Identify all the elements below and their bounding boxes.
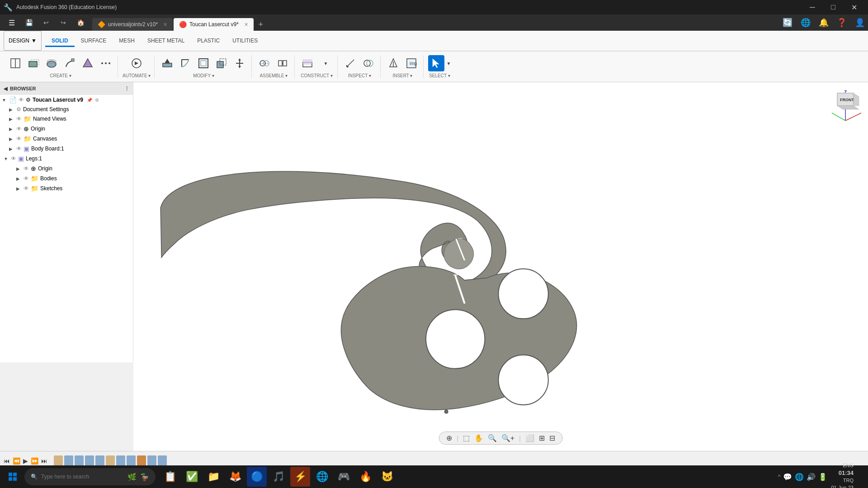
refresh-button[interactable]: 🔄 [779,14,796,31]
redo-button[interactable]: ↪ [55,14,71,31]
systray-chat[interactable]: 💬 [783,473,792,481]
browser-item-canvases[interactable]: ▶ 👁 📁 Canvases [0,134,133,144]
offset-plane-button[interactable] [299,55,316,71]
help-button[interactable]: ❓ [834,14,850,31]
more-construct-button[interactable]: ▼ [317,55,334,71]
view-layout-button[interactable]: ⊟ [549,434,555,442]
tab-solid[interactable]: SOLID [45,36,75,47]
taskbar-search-bar[interactable]: 🔍 🌿 🦆 [24,468,156,485]
tab-utilities[interactable]: UTILITIES [226,36,264,47]
insert-derive-button[interactable] [385,55,401,71]
taskbar-app-check[interactable]: ✅ [182,467,202,487]
close-button[interactable]: ✕ [844,0,864,14]
browser-item-legs-sketches[interactable]: ▶ 👁 📁 Sketches [0,183,133,193]
systray-chevron[interactable]: ^ [778,474,781,480]
systray-battery[interactable]: 🔋 [818,473,827,481]
timeline-item[interactable] [106,455,115,466]
timeline-item[interactable] [127,455,136,466]
sidebar-collapse-icon[interactable]: ◀ [4,86,7,92]
timeline-item[interactable] [95,455,104,466]
timeline-first-button[interactable]: ⏮ [4,457,10,465]
new-tab-button[interactable]: + [255,18,267,31]
timeline-next-button[interactable]: ⏩ [31,457,38,465]
display-mode-button[interactable]: ⬜ [525,434,534,442]
insert-canvas-button[interactable]: img [403,55,420,71]
timeline-item[interactable] [137,455,146,466]
save-button[interactable]: 💾 [21,14,37,31]
new-component-button[interactable] [7,55,24,71]
tab-surface[interactable]: SURFACE [75,36,113,47]
timeline-last-button[interactable]: ⏭ [41,457,47,465]
minimize-button[interactable]: ─ [802,0,823,14]
timeline-item[interactable] [116,455,125,466]
tab-close-2[interactable]: ✕ [244,22,248,28]
sweep-button[interactable] [61,55,78,71]
browser-item-origin[interactable]: ▶ 👁 ⊕ Origin [0,124,133,134]
joint-button[interactable] [256,55,273,71]
orientation-cube[interactable]: Z FRONT [827,87,863,123]
timeline-play-button[interactable]: ▶ [23,457,28,465]
browser-item-legs[interactable]: ▼ 👁 ▣ Legs:1 [0,154,133,164]
timeline-item[interactable] [147,455,156,466]
app-menu-button[interactable]: ☰ [4,14,20,31]
viewport[interactable]: ⊕ | ⬚ ✋ 🔍 🔍+ | ⬜ ⊞ ⊟ Z FRONT [133,82,868,451]
taskbar-app-files[interactable]: 📁 [203,467,223,487]
online-button[interactable]: 🌐 [797,14,814,31]
rigid-group-button[interactable] [274,55,291,71]
taskbar-app-notion[interactable]: 📋 [160,467,180,487]
clock[interactable]: ENG 01:34 TRQ 01-Jun-23 [831,462,854,488]
home-button[interactable]: 🏠 [72,14,89,31]
timeline-prev-button[interactable]: ⏪ [13,457,20,465]
zoom-in-button[interactable]: 🔍+ [501,434,514,442]
notify-button[interactable]: 🔔 [816,14,832,31]
tab-plastic[interactable]: PLASTIC [191,36,226,47]
automate-button[interactable] [128,55,145,71]
browser-item-doc-settings[interactable]: ▶ ⚙ Document Settings [0,105,133,114]
grid-button[interactable]: ⊞ [539,434,545,442]
taskbar-app-firefox[interactable]: 🦊 [225,467,245,487]
design-dropdown[interactable]: DESIGN ▼ [4,31,42,51]
pan-camera-button[interactable]: ⬚ [463,434,470,442]
zoom-fit-button[interactable]: 🔍 [488,434,497,442]
browser-item-legs-origin[interactable]: ▶ 👁 ⊕ Origin [0,164,133,174]
taskbar-app-vscode[interactable]: 🔵 [247,467,267,487]
undo-button[interactable]: ↩ [38,14,54,31]
extrude-button[interactable] [25,55,42,71]
browser-item-body-board[interactable]: ▶ 👁 ▣ Body Board:1 [0,144,133,154]
maximize-button[interactable]: □ [823,0,844,14]
pan-button[interactable]: ✋ [474,434,483,442]
revolve-button[interactable] [43,55,60,71]
press-pull-button[interactable] [159,55,175,71]
browser-item-root[interactable]: ▼ 📄 👁 ⚙ Toucan Lasercut v9 📌 ⚙ [0,95,133,105]
loft-button[interactable] [80,55,96,71]
start-button[interactable] [2,466,24,488]
timeline-item[interactable] [54,455,63,466]
more-create-button[interactable] [98,55,114,71]
taskbar-app-orange[interactable]: 🔥 [355,467,375,487]
taskbar-app-chrome[interactable]: 🌐 [312,467,332,487]
sidebar-more-icon[interactable]: ⋮ [124,86,129,92]
taskbar-app-obs[interactable]: 🐱 [377,467,397,487]
systray-volume[interactable]: 🔊 [807,473,816,481]
tab-universaljoint[interactable]: 🔶 universaljointv2 v10* ✕ [92,18,173,31]
systray-network[interactable]: 🌐 [795,473,804,481]
icon-more-root[interactable]: ⚙ [95,98,99,103]
taskbar-app-blender[interactable]: 🎮 [334,467,354,487]
browser-item-legs-bodies[interactable]: ▶ 👁 📁 Bodies [0,174,133,183]
tab-mesh[interactable]: MESH [113,36,141,47]
tab-close-1[interactable]: ✕ [163,22,167,28]
interference-button[interactable] [360,55,377,71]
taskbar-app-spotify[interactable]: 🎵 [269,467,288,487]
search-input[interactable] [41,474,124,480]
combine-button[interactable] [213,55,230,71]
measure-button[interactable] [342,55,359,71]
fillet-button[interactable] [177,55,193,71]
orbit-button[interactable]: ⊕ [446,434,452,442]
move-copy-button[interactable] [231,55,248,71]
account-button[interactable]: 👤 [852,14,868,31]
timeline-item[interactable] [85,455,94,466]
timeline-item[interactable] [75,455,84,466]
timeline-item[interactable] [158,455,167,466]
select-button[interactable] [428,55,444,71]
tab-sheetmetal[interactable]: SHEET METAL [141,36,191,47]
